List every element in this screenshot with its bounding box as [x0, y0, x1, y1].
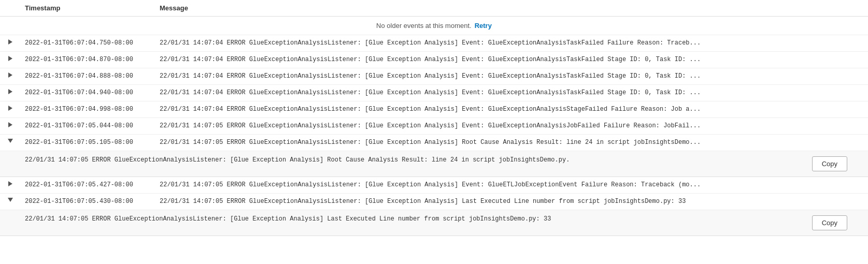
- expand-button[interactable]: [0, 52, 21, 65]
- table-row: 2022-01-31T06:07:04.870-08:0022/01/31 14…: [0, 52, 868, 68]
- message-cell: 22/01/31 14:07:04 ERROR GlueExceptionAna…: [155, 85, 868, 100]
- expanded-row-content: 22/01/31 14:07:05 ERROR GlueExceptionAna…: [0, 210, 868, 236]
- expanded-row-content: 22/01/31 14:07:05 ERROR GlueExceptionAna…: [0, 151, 868, 177]
- timestamp-cell: 2022-01-31T06:07:05.427-08:00: [21, 177, 155, 193]
- no-older-events-row: No older events at this moment. Retry: [0, 17, 868, 35]
- expanded-log-text: 22/01/31 14:07:05 ERROR GlueExceptionAna…: [25, 156, 812, 164]
- message-cell: 22/01/31 14:07:05 ERROR GlueExceptionAna…: [155, 135, 868, 150]
- timestamp-cell: 2022-01-31T06:07:05.430-08:00: [21, 194, 155, 209]
- message-cell: 22/01/31 14:07:04 ERROR GlueExceptionAna…: [155, 101, 868, 117]
- expand-button[interactable]: [0, 118, 21, 131]
- expand-button[interactable]: [0, 68, 21, 82]
- message-cell: 22/01/31 14:07:04 ERROR GlueExceptionAna…: [155, 52, 868, 67]
- timestamp-cell: 2022-01-31T06:07:05.044-08:00: [21, 118, 155, 134]
- table-row: 2022-01-31T06:07:04.888-08:0022/01/31 14…: [0, 68, 868, 85]
- expand-button[interactable]: [0, 135, 21, 147]
- expand-button[interactable]: [0, 85, 21, 98]
- table-row: 2022-01-31T06:07:05.044-08:0022/01/31 14…: [0, 118, 868, 135]
- expanded-log-text: 22/01/31 14:07:05 ERROR GlueExceptionAna…: [25, 215, 812, 223]
- expand-button[interactable]: [0, 101, 21, 115]
- table-header: Timestamp Message: [0, 0, 868, 17]
- timestamp-col-header: Timestamp: [21, 4, 155, 12]
- timestamp-cell: 2022-01-31T06:07:04.888-08:00: [21, 68, 155, 84]
- message-col-header: Message: [155, 4, 868, 12]
- message-cell: 22/01/31 14:07:05 ERROR GlueExceptionAna…: [155, 118, 868, 134]
- expand-button[interactable]: [0, 35, 21, 49]
- timestamp-cell: 2022-01-31T06:07:04.870-08:00: [21, 52, 155, 67]
- timestamp-cell: 2022-01-31T06:07:04.750-08:00: [21, 35, 155, 51]
- timestamp-cell: 2022-01-31T06:07:04.940-08:00: [21, 85, 155, 100]
- expand-button[interactable]: [0, 177, 21, 190]
- retry-link[interactable]: Retry: [475, 22, 492, 30]
- table-row: 2022-01-31T06:07:05.105-08:0022/01/31 14…: [0, 135, 868, 151]
- message-cell: 22/01/31 14:07:04 ERROR GlueExceptionAna…: [155, 68, 868, 84]
- timestamp-cell: 2022-01-31T06:07:04.998-08:00: [21, 101, 155, 117]
- timestamp-cell: 2022-01-31T06:07:05.105-08:00: [21, 135, 155, 150]
- log-rows-container: 2022-01-31T06:07:04.750-08:0022/01/31 14…: [0, 35, 868, 236]
- table-row: 2022-01-31T06:07:04.940-08:0022/01/31 14…: [0, 85, 868, 101]
- no-older-text: No older events at this moment.: [376, 22, 472, 30]
- table-row: 2022-01-31T06:07:04.750-08:0022/01/31 14…: [0, 35, 868, 52]
- message-cell: 22/01/31 14:07:04 ERROR GlueExceptionAna…: [155, 35, 868, 51]
- message-cell: 22/01/31 14:07:05 ERROR GlueExceptionAna…: [155, 194, 868, 209]
- copy-button[interactable]: Copy: [812, 156, 847, 171]
- message-cell: 22/01/31 14:07:05 ERROR GlueExceptionAna…: [155, 177, 868, 193]
- copy-button[interactable]: Copy: [812, 215, 847, 230]
- expand-button[interactable]: [0, 194, 21, 206]
- table-row: 2022-01-31T06:07:05.430-08:0022/01/31 14…: [0, 194, 868, 210]
- table-row: 2022-01-31T06:07:04.998-08:0022/01/31 14…: [0, 101, 868, 118]
- table-row: 2022-01-31T06:07:05.427-08:0022/01/31 14…: [0, 177, 868, 194]
